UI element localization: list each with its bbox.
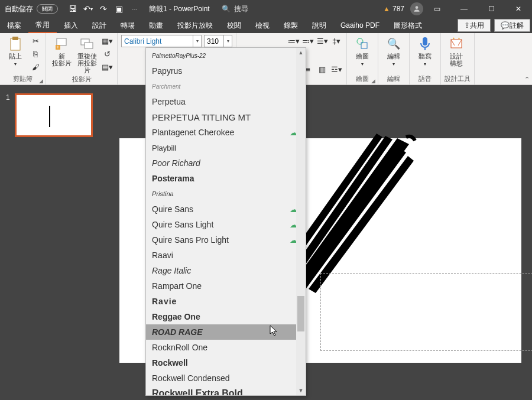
save-icon[interactable]: 🖫 xyxy=(66,2,79,15)
svg-rect-2 xyxy=(12,37,18,40)
font-option[interactable]: Rage Italic xyxy=(146,263,306,278)
font-option[interactable]: Quire Sans Pro Light☁ xyxy=(146,232,306,248)
minimize-button[interactable]: ― xyxy=(450,0,478,18)
undo-icon[interactable]: ↶▾ xyxy=(82,2,95,15)
autosave-indicator: 自動儲存 關閉 xyxy=(0,4,63,14)
font-option[interactable]: Raavi xyxy=(146,248,306,263)
thumbnail-1[interactable]: 1 xyxy=(6,93,100,137)
font-option-label: Posterama xyxy=(152,174,194,183)
font-option[interactable]: Rockwell Extra Bold xyxy=(146,386,306,395)
numbering-icon[interactable]: ≕▾ xyxy=(301,35,314,47)
tab-插入[interactable]: 插入 xyxy=(57,18,85,33)
font-size-input[interactable] xyxy=(204,35,224,47)
comment-button[interactable]: 💬 註解 xyxy=(494,19,530,32)
start-slideshow-icon[interactable]: ▣ xyxy=(112,2,125,15)
line-spacing-icon[interactable]: ‡▾ xyxy=(330,35,343,47)
scroll-up-icon[interactable]: ▲ xyxy=(296,48,306,57)
search-box[interactable]: 🔍 搜尋 xyxy=(222,4,248,14)
autosave-toggle[interactable]: 關閉 xyxy=(37,4,58,14)
tab-檢視[interactable]: 檢視 xyxy=(248,18,277,33)
paste-button[interactable]: 貼上▾ xyxy=(4,35,27,69)
scrollbar[interactable]: ▲ ▼ xyxy=(296,48,306,395)
tab-動畫[interactable]: 動畫 xyxy=(142,18,170,33)
share-button[interactable]: ⇪ 共用 xyxy=(458,19,491,32)
smartart-icon[interactable]: ☲▾ xyxy=(330,63,343,75)
dictate-button[interactable]: 聽寫▾ xyxy=(413,35,437,69)
font-option-label: Parchment xyxy=(152,83,180,90)
tab-校閱[interactable]: 校閱 xyxy=(220,18,248,33)
font-option[interactable]: Plantagenet Cherokee☁ xyxy=(146,125,306,140)
tab-檔案[interactable]: 檔案 xyxy=(0,18,28,33)
collapse-ribbon-icon[interactable]: ⌃ xyxy=(524,76,530,83)
font-option[interactable]: Rampart One xyxy=(146,278,306,294)
font-size-dropdown[interactable]: ▾ xyxy=(224,35,232,47)
font-option[interactable]: Parchment xyxy=(146,79,306,94)
font-option-label: Perpetua xyxy=(152,97,186,106)
font-option-label: Quire Sans Pro Light xyxy=(152,235,229,245)
font-option[interactable]: Playbill xyxy=(146,140,306,155)
drawing-button[interactable]: 繪圖▾ xyxy=(351,35,374,69)
tab-設計[interactable]: 設計 xyxy=(85,18,113,33)
font-option-label: Quire Sans xyxy=(152,204,193,214)
launcher-icon[interactable]: ◢ xyxy=(371,78,375,84)
group-clipboard: 貼上▾ ✂ ⎘ 🖌 剪貼簿◢ xyxy=(0,33,46,84)
font-option[interactable]: Quire Sans☁ xyxy=(146,201,306,217)
layout-icon[interactable]: ▦▾ xyxy=(100,35,113,47)
font-option[interactable]: Rockwell Condensed xyxy=(146,370,306,386)
group-label-designer: 設計工具 xyxy=(445,75,471,82)
maximize-button[interactable]: ☐ xyxy=(478,0,505,18)
font-option-label: Rockwell Extra Bold xyxy=(152,388,243,395)
font-dropdown: PalmettoRayPlus-22PapyrusParchmentPerpet… xyxy=(145,47,306,396)
qat-more-icon[interactable]: ⋯ xyxy=(128,2,141,15)
tab-Gaaiho PDF[interactable]: Gaaiho PDF xyxy=(333,18,387,33)
font-option[interactable]: Perpetua xyxy=(146,94,306,109)
svg-point-8 xyxy=(357,38,363,44)
cut-icon[interactable]: ✂ xyxy=(29,35,42,47)
document-title: 簡報1 - PowerPoint xyxy=(141,4,210,14)
font-option[interactable]: Papyrus xyxy=(146,63,306,79)
copy-icon[interactable]: ⎘ xyxy=(29,48,42,60)
text-placeholder[interactable] xyxy=(320,273,532,351)
tab-錄製[interactable]: 錄製 xyxy=(277,18,305,33)
font-option[interactable]: Poor Richard xyxy=(146,155,306,171)
font-option-label: Poor Richard xyxy=(152,158,200,168)
font-option[interactable]: PERPETUA TITLING MT xyxy=(146,109,306,125)
format-painter-icon[interactable]: 🖌 xyxy=(29,61,42,73)
tab-常用[interactable]: 常用 xyxy=(28,18,57,33)
section-icon[interactable]: ▤▾ xyxy=(100,61,113,73)
indent-icon[interactable]: ☰▾ xyxy=(316,35,329,47)
font-option[interactable]: Ravie xyxy=(146,294,306,309)
tab-投影片放映[interactable]: 投影片放映 xyxy=(170,18,220,33)
search-icon: 🔍 xyxy=(222,5,231,13)
font-option[interactable]: Rockwell xyxy=(146,355,306,370)
font-name-input[interactable] xyxy=(121,35,193,47)
ribbon-display-icon[interactable]: ▭ xyxy=(423,0,450,18)
editing-button[interactable]: 🔍 編輯▾ xyxy=(382,35,406,69)
font-option[interactable]: RocknRoll One xyxy=(146,340,306,355)
tab-說明[interactable]: 說明 xyxy=(305,18,333,33)
new-slide-button[interactable]: + 新 投影片 xyxy=(50,35,73,68)
close-button[interactable]: ✕ xyxy=(505,0,532,18)
redo-icon[interactable]: ↷ xyxy=(97,2,110,15)
tab-轉場[interactable]: 轉場 xyxy=(113,18,142,33)
scrollbar-thumb[interactable] xyxy=(297,296,304,331)
reset-icon[interactable]: ↺ xyxy=(100,48,113,60)
font-option[interactable]: Quire Sans Light☁ xyxy=(146,217,306,232)
design-ideas-button[interactable]: 設計 構想 xyxy=(445,35,468,68)
font-option[interactable]: PalmettoRayPlus-22 xyxy=(146,48,306,63)
launcher-icon[interactable]: ◢ xyxy=(39,78,43,84)
font-option[interactable]: Pristina xyxy=(146,186,306,201)
font-option[interactable]: Reggae One xyxy=(146,309,306,324)
reuse-slide-button[interactable]: 重複使 用投影片 xyxy=(75,35,99,75)
svg-rect-11 xyxy=(451,40,462,48)
bullets-icon[interactable]: ≔▾ xyxy=(287,35,300,47)
account-avatar[interactable] xyxy=(410,2,423,15)
font-option-label: Pristina xyxy=(152,190,174,197)
font-option[interactable]: ROAD RAGE xyxy=(146,324,306,340)
font-option[interactable]: Posterama xyxy=(146,171,306,186)
scroll-down-icon[interactable]: ▼ xyxy=(296,386,306,395)
columns-icon[interactable]: ▥ xyxy=(316,63,329,75)
license-warning[interactable]: ▲ 787 xyxy=(377,5,410,13)
tab-圖形格式[interactable]: 圖形格式 xyxy=(387,18,429,33)
font-name-dropdown[interactable]: ▾ xyxy=(193,35,202,47)
